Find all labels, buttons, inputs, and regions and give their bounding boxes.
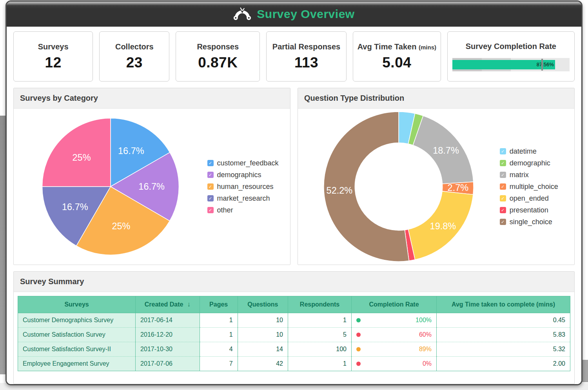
kpi-label: Collectors (115, 42, 154, 51)
legend-item-datetime[interactable]: ✓datetime (500, 147, 574, 156)
charts-row: Surveys by Category 16.7%16.7%25%16.7%25… (13, 88, 575, 265)
legend-label: multiple_choice (510, 183, 558, 191)
legend-checkbox-icon[interactable]: ✓ (500, 148, 506, 154)
legend-checkbox-icon[interactable]: ✓ (207, 172, 214, 178)
slice-data-label: 52.2% (327, 185, 353, 196)
slice-data-label: 25% (112, 221, 130, 231)
dashboard-content: Surveys 12 Collectors 23 Responses 0.87K… (7, 27, 581, 384)
kpi-row: Surveys 12 Collectors 23 Responses 0.87K… (13, 31, 575, 82)
legend-item-matrix[interactable]: ✓matrix (500, 171, 574, 179)
question-type-legend: ✓datetime✓demographic✓matrix✓multiple_ch… (500, 147, 574, 226)
legend-item-presentation[interactable]: ✓presentation (500, 206, 574, 214)
legend-checkbox-icon[interactable]: ✓ (207, 160, 214, 166)
cell-pages: 4 (200, 342, 238, 357)
kpi-value: 113 (294, 54, 318, 71)
panel-title-survey-summary: Survey Summary (14, 272, 574, 292)
legend-checkbox-icon[interactable]: ✓ (207, 183, 214, 190)
legend-label: market_research (217, 194, 270, 203)
cell-created-date: 2017-07-06 (136, 357, 200, 371)
legend-item-open_ended[interactable]: ✓open_ended (500, 194, 574, 203)
kpi-value: 5.04 (382, 54, 411, 71)
kpi-value: 0.87K (198, 54, 238, 71)
completion-percent: 89% (419, 346, 432, 352)
page-background: Survey Overview Surveys 12 Collectors 23… (0, 0, 588, 390)
page-title: Survey Overview (257, 7, 354, 21)
table-row[interactable]: Customer Satisfaction Survey-II2017-10-3… (18, 342, 570, 357)
legend-item-human_resources[interactable]: ✓human_resources (207, 183, 290, 191)
legend-checkbox-icon[interactable]: ✓ (500, 183, 506, 190)
kpi-card-responses: Responses 0.87K (176, 31, 260, 82)
completion-status-dot (356, 318, 361, 323)
kpi-label: Responses (197, 42, 239, 51)
legend-checkbox-icon[interactable]: ✓ (500, 219, 506, 225)
cell-completion-rate: 89% (352, 342, 437, 357)
legend-checkbox-icon[interactable]: ✓ (500, 160, 506, 166)
legend-checkbox-icon[interactable]: ✓ (500, 195, 506, 201)
legend-label: single_choice (510, 218, 552, 226)
table-row[interactable]: Employee Engagement Survey2017-07-067421… (18, 357, 570, 371)
surveys-by-category-legend: ✓customer_feedback✓demographics✓human_re… (207, 159, 290, 214)
legend-item-single_choice[interactable]: ✓single_choice (500, 218, 574, 226)
kpi-card-partial-responses: Partial Responses 113 (266, 31, 347, 82)
table-row[interactable]: Customer Demographics Survey2017-06-1411… (18, 313, 570, 328)
column-header-completion-rate[interactable]: Completion Rate (352, 296, 437, 313)
kpi-label: Partial Responses (272, 42, 340, 51)
legend-label: demographics (217, 171, 261, 179)
cell-respondents: 1 (288, 313, 351, 328)
cell-questions: 42 (238, 357, 288, 371)
legend-item-multiple_choice[interactable]: ✓multiple_choice (500, 183, 574, 191)
legend-item-other[interactable]: ✓other (207, 206, 290, 214)
cell-pages: 1 (200, 313, 238, 328)
kpi-label: Avg Time Taken (mins) (358, 42, 436, 51)
slice-data-label: 19.8% (430, 221, 456, 231)
kpi-card-avg-time-taken: Avg Time Taken (mins) 5.04 (353, 31, 441, 82)
column-header-pages[interactable]: Pages (200, 296, 238, 313)
column-header-respondents[interactable]: Respondents (288, 296, 351, 313)
kpi-card-collectors: Collectors 23 (99, 31, 169, 82)
slice-data-label: 16.7% (62, 202, 88, 212)
cell-completion-rate: 100% (352, 313, 437, 328)
kpi-label: Surveys (38, 42, 69, 51)
completion-percent: 100% (416, 317, 432, 323)
sort-descending-icon[interactable]: ↓ (187, 301, 191, 308)
kpi-value: 23 (126, 54, 143, 71)
cell-pages: 7 (200, 357, 238, 371)
cell-respondents: 100 (288, 342, 351, 357)
completion-percent: 60% (419, 331, 432, 338)
legend-label: matrix (510, 171, 529, 179)
kpi-label-units: (mins) (419, 44, 436, 51)
legend-label: datetime (510, 147, 537, 156)
legend-checkbox-icon[interactable]: ✓ (500, 172, 506, 178)
column-header-surveys[interactable]: Surveys (18, 296, 136, 313)
legend-item-market_research[interactable]: ✓market_research (207, 194, 290, 203)
cell-respondents: 1 (288, 357, 351, 371)
slice-data-label: 18.7% (433, 145, 459, 156)
legend-item-demographics[interactable]: ✓demographics (207, 171, 290, 179)
panel-survey-summary: Survey Summary SurveysCreated Date↓Pages… (13, 271, 575, 384)
legend-checkbox-icon[interactable]: ✓ (207, 207, 214, 213)
column-header-avg-time-taken-to-complete-mins-[interactable]: Avg Time taken to complete (mins) (437, 296, 570, 313)
column-header-created-date[interactable]: Created Date↓ (136, 296, 200, 313)
legend-checkbox-icon[interactable]: ✓ (500, 207, 506, 213)
legend-checkbox-icon[interactable]: ✓ (207, 195, 214, 201)
cell-respondents: 5 (288, 328, 351, 342)
kpi-card-survey-completion-rate: Survey Completion Rate 87.56% (447, 31, 575, 82)
panel-title-question-type-distribution: Question Type Distribution (298, 88, 574, 109)
column-header-questions[interactable]: Questions (238, 296, 288, 313)
legend-label: demographic (510, 159, 550, 167)
kpi-value: 12 (45, 54, 62, 71)
surveys-by-category-pie-chart: 16.7%16.7%25%16.7%25% (14, 109, 207, 265)
table-row[interactable]: Customer Satisfaction Survey2016-12-2011… (18, 328, 570, 342)
surveymonkey-logo-icon (233, 7, 251, 21)
legend-label: other (217, 206, 233, 214)
cell-questions: 10 (238, 328, 288, 342)
slice-data-label: 16.7% (118, 146, 144, 156)
slice-data-label: 2.7% (448, 183, 469, 193)
legend-item-demographic[interactable]: ✓demographic (500, 159, 574, 167)
question-type-donut-chart: 18.7%2.7%19.8%52.2% (298, 109, 500, 265)
legend-item-customer_feedback[interactable]: ✓customer_feedback (207, 159, 290, 167)
cell-avg-time: 5.83 (437, 328, 570, 342)
completion-percent: 0% (423, 360, 432, 367)
cell-completion-rate: 60% (352, 328, 437, 342)
cell-survey-name: Customer Satisfaction Survey-II (18, 342, 136, 357)
